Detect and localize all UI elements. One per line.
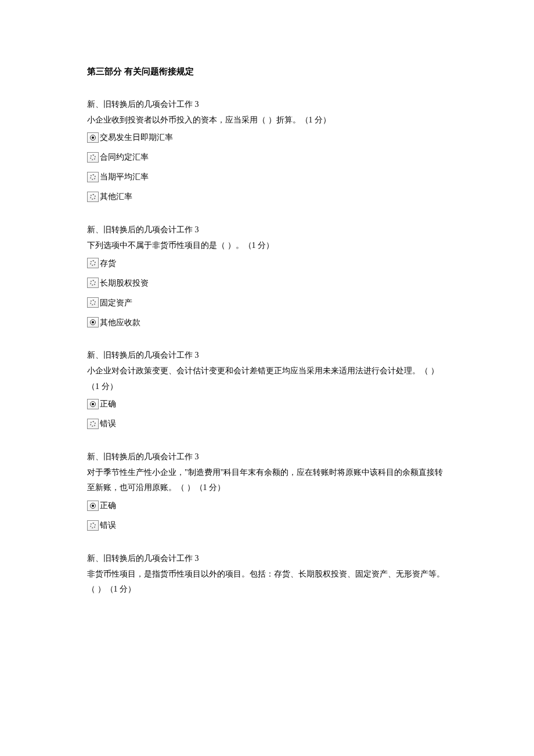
question-2-option-2[interactable]: 固定资产	[87, 297, 447, 308]
radio-icon[interactable]	[87, 152, 99, 163]
radio-icon[interactable]	[87, 172, 99, 182]
question-3: 新、旧转换后的几项会计工作 3 小企业对会计政策变更、会计估计变更和会计差错更正…	[87, 348, 447, 429]
option-label: 其他汇率	[100, 192, 132, 202]
question-4-header-line: 新、旧转换后的几项会计工作 3	[87, 452, 199, 461]
option-label: 错误	[100, 419, 116, 429]
radio-icon[interactable]	[87, 192, 99, 202]
radio-icon[interactable]	[87, 278, 99, 288]
question-3-options: 正确 错误	[87, 399, 447, 429]
question-2-option-0[interactable]: 存货	[87, 258, 447, 268]
question-1-option-2[interactable]: 当期平均汇率	[87, 172, 447, 182]
question-3-option-1[interactable]: 错误	[87, 419, 447, 429]
option-label: 正确	[100, 501, 116, 511]
question-4-option-0[interactable]: 正确	[87, 501, 447, 511]
radio-icon[interactable]	[87, 297, 99, 308]
question-2-option-1[interactable]: 长期股权投资	[87, 278, 447, 288]
question-1-header: 新、旧转换后的几项会计工作 3 小企业收到投资者以外币投入的资本，应当采用（ ）…	[87, 97, 447, 128]
question-4-text: 对于季节性生产性小企业，"制造费用"科目年末有余额的，应在转账时将原账中该科目的…	[87, 468, 443, 492]
question-1-option-3[interactable]: 其他汇率	[87, 192, 447, 202]
question-4-options: 正确 错误	[87, 501, 447, 531]
radio-icon[interactable]	[87, 258, 99, 268]
question-5-text: 非货币性项目，是指货币性项目以外的项目。包括：存货、长期股权投资、固定资产、无形…	[87, 570, 445, 594]
question-3-option-0[interactable]: 正确	[87, 399, 447, 409]
question-2-text: 下列选项中不属于非货币性项目的是（ ）。（1 分）	[87, 241, 274, 250]
question-3-header: 新、旧转换后的几项会计工作 3 小企业对会计政策变更、会计估计变更和会计差错更正…	[87, 348, 447, 394]
question-2-option-3[interactable]: 其他应收款	[87, 317, 447, 327]
question-4-option-1[interactable]: 错误	[87, 520, 447, 531]
question-2: 新、旧转换后的几项会计工作 3 下列选项中不属于非货币性项目的是（ ）。（1 分…	[87, 222, 447, 327]
question-1-options: 交易发生日即期汇率 合同约定汇率 当期平均汇率 其他汇率	[87, 132, 447, 202]
radio-icon[interactable]	[87, 132, 99, 143]
radio-icon[interactable]	[87, 501, 99, 511]
option-label: 当期平均汇率	[100, 172, 149, 182]
option-label: 合同约定汇率	[100, 153, 149, 163]
option-label: 长期股权投资	[100, 279, 149, 289]
option-label: 交易发生日即期汇率	[100, 133, 173, 143]
question-1: 新、旧转换后的几项会计工作 3 小企业收到投资者以外币投入的资本，应当采用（ ）…	[87, 97, 447, 202]
question-3-header-line: 新、旧转换后的几项会计工作 3	[87, 351, 199, 359]
question-3-text: 小企业对会计政策变更、会计估计变更和会计差错更正均应当采用未来适用法进行会计处理…	[87, 366, 439, 391]
question-4: 新、旧转换后的几项会计工作 3 对于季节性生产性小企业，"制造费用"科目年末有余…	[87, 449, 447, 531]
radio-icon[interactable]	[87, 520, 99, 531]
question-1-option-0[interactable]: 交易发生日即期汇率	[87, 132, 447, 143]
question-5: 新、旧转换后的几项会计工作 3 非货币性项目，是指货币性项目以外的项目。包括：存…	[87, 551, 447, 597]
option-label: 固定资产	[100, 298, 132, 308]
option-label: 错误	[100, 521, 116, 531]
question-2-options: 存货 长期股权投资 固定资产 其他应收款	[87, 258, 447, 327]
option-label: 正确	[100, 399, 116, 409]
question-1-text: 小企业收到投资者以外币投入的资本，应当采用（ ）折算。（1 分）	[87, 116, 331, 124]
option-label: 其他应收款	[100, 318, 140, 328]
question-1-header-line: 新、旧转换后的几项会计工作 3	[87, 100, 199, 109]
question-2-header: 新、旧转换后的几项会计工作 3 下列选项中不属于非货币性项目的是（ ）。（1 分…	[87, 222, 447, 253]
question-4-header: 新、旧转换后的几项会计工作 3 对于季节性生产性小企业，"制造费用"科目年末有余…	[87, 449, 447, 496]
radio-icon[interactable]	[87, 317, 99, 327]
question-5-header: 新、旧转换后的几项会计工作 3 非货币性项目，是指货币性项目以外的项目。包括：存…	[87, 551, 447, 597]
radio-icon[interactable]	[87, 419, 99, 429]
question-5-header-line: 新、旧转换后的几项会计工作 3	[87, 554, 199, 563]
question-2-header-line: 新、旧转换后的几项会计工作 3	[87, 225, 199, 234]
section-title: 第三部分 有关问题衔接规定	[87, 64, 447, 80]
option-label: 存货	[100, 259, 116, 269]
radio-icon[interactable]	[87, 399, 99, 409]
question-1-option-1[interactable]: 合同约定汇率	[87, 152, 447, 163]
